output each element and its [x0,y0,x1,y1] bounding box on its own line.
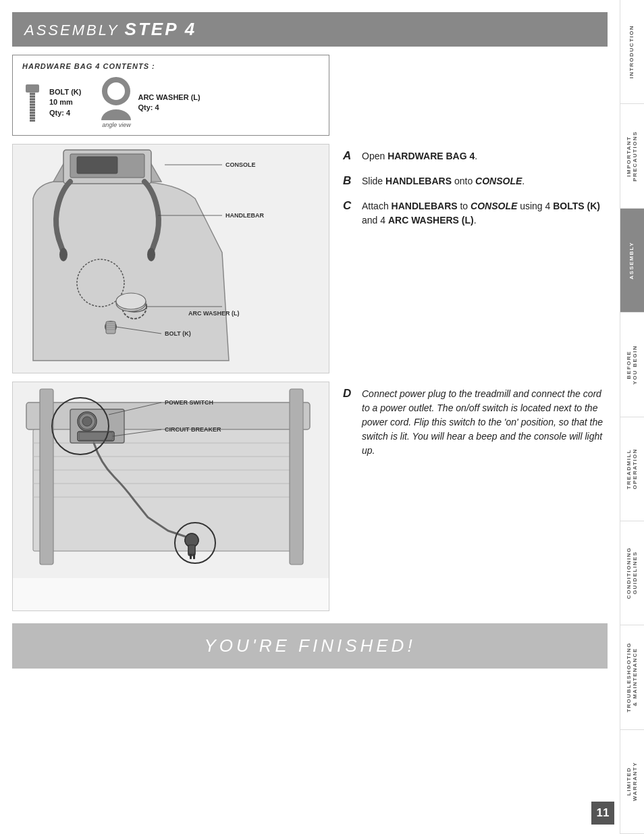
washer-circle-icon [102,77,130,105]
svg-point-39 [82,417,92,426]
sidebar: INTRODUCTION IMPORTANT PRECAUTIONS ASSEM… [620,0,644,834]
svg-rect-28 [26,402,310,429]
bolt-head [26,84,39,93]
step-label: STEP 4 [125,19,197,40]
assembly-label: ASSEMBLY [24,22,119,39]
content-row-1: CONSOLE HANDLEBAR ARC WASHER (L) BOLT (K… [12,144,608,373]
sidebar-treadmill-label: TREADMILL OPERATION [626,448,639,489]
sidebar-item-treadmill[interactable]: TREADMILL OPERATION [620,417,644,521]
finished-banner: YOU'RE FINISHED! [12,623,608,669]
svg-text:BOLT (K): BOLT (K) [165,330,191,337]
washer-item: angle view ARC WASHER (L) Qty: 4 [101,77,200,128]
sidebar-warranty-label: LIMITED WARRANTY [626,762,639,801]
svg-rect-3 [77,157,117,174]
svg-text:CIRCUIT BREAKER: CIRCUIT BREAKER [165,426,221,433]
instruction-a: A Open HARDWARE BAG 4. [343,149,608,163]
diagram-box-1: CONSOLE HANDLEBAR ARC WASHER (L) BOLT (K… [12,144,329,373]
finished-text: YOU'RE FINISHED! [204,635,415,656]
svg-text:HANDLEBAR: HANDLEBAR [225,212,264,219]
sidebar-troubleshooting-label: TROUBLESHOOTING & MAINTENANCE [626,642,639,712]
sidebar-item-warranty[interactable]: LIMITED WARRANTY [620,730,644,834]
svg-rect-52 [188,545,195,554]
sidebar-item-conditioning[interactable]: CONDITIONING GUIDELINES [620,521,644,625]
hardware-items: BOLT (K) 10 mm Qty: 4 angle view ARC WAS… [22,77,319,128]
washer-angle-label: angle view [102,122,131,128]
instruction-c: C Attach HANDLEBARS to CONSOLE using 4 B… [343,199,608,228]
washer-label: ARC WASHER (L) Qty: 4 [138,93,200,113]
bolt-label: BOLT (K) 10 mm Qty: 4 [49,87,81,118]
diagram-box-2: POWER SWITCH CIRCUIT BREAKER [12,382,329,611]
sidebar-conditioning-label: CONDITIONING GUIDELINES [626,547,639,599]
text-a: Open HARDWARE BAG 4. [362,149,477,163]
sidebar-introduction-label: INTRODUCTION [629,25,635,78]
content-row-2: POWER SWITCH CIRCUIT BREAKER D Connect p… [12,382,608,611]
hardware-bag-title: HARDWARE BAG 4 CONTENTS : [22,62,319,70]
page-number: 11 [597,806,610,820]
svg-rect-29 [33,429,303,551]
main-content: ASSEMBLY STEP 4 HARDWARE BAG 4 CONTENTS … [0,0,620,834]
bolt-shaft [30,93,35,122]
bolt-item: BOLT (K) 10 mm Qty: 4 [22,84,81,122]
svg-text:POWER SWITCH: POWER SWITCH [165,399,213,406]
sidebar-precautions-label: IMPORTANT PRECAUTIONS [626,131,639,182]
svg-rect-36 [290,389,303,565]
washer-angle-icon [101,109,131,120]
svg-text:ARC WASHER (L): ARC WASHER (L) [188,310,240,317]
washer-container: angle view [101,77,131,128]
sidebar-item-introduction[interactable]: INTRODUCTION [620,0,644,104]
sidebar-item-assembly[interactable]: ASSEMBLY [620,209,644,313]
sidebar-assembly-label: ASSEMBLY [629,242,635,280]
svg-text:CONSOLE: CONSOLE [225,161,256,168]
sidebar-item-troubleshooting[interactable]: TROUBLESHOOTING & MAINTENANCE [620,625,644,729]
page-number-box: 11 [591,802,614,825]
sidebar-item-precautions[interactable]: IMPORTANT PRECAUTIONS [620,104,644,208]
letter-d: D [343,387,355,400]
svg-point-5 [147,248,155,261]
instructions-abc: A Open HARDWARE BAG 4. B Slide HANDLEBAR… [343,144,608,244]
text-c: Attach HANDLEBARS to CONSOLE using 4 BOL… [362,199,608,228]
svg-rect-54 [193,554,195,559]
letter-c: C [343,199,355,213]
instruction-d: D Connect power plug to the treadmill an… [343,387,608,458]
sidebar-item-before[interactable]: BEFORE YOU BEGIN [620,313,644,417]
hardware-bag-box: HARDWARE BAG 4 CONTENTS : BOLT (K) 10 mm… [12,55,329,136]
sidebar-before-label: BEFORE YOU BEGIN [626,345,639,384]
bolt-icon [22,84,43,122]
text-b: Slide HANDLEBARS onto CONSOLE. [362,174,525,188]
step-header: ASSEMBLY STEP 4 [12,12,608,47]
text-d: Connect power plug to the treadmill and … [362,387,608,458]
letter-b: B [343,174,355,188]
instructions-d: D Connect power plug to the treadmill an… [343,382,608,474]
svg-point-21 [116,293,146,309]
instruction-b: B Slide HANDLEBARS onto CONSOLE. [343,174,608,188]
letter-a: A [343,149,355,163]
svg-rect-35 [40,389,53,565]
svg-point-4 [59,248,68,261]
svg-rect-53 [190,554,192,559]
